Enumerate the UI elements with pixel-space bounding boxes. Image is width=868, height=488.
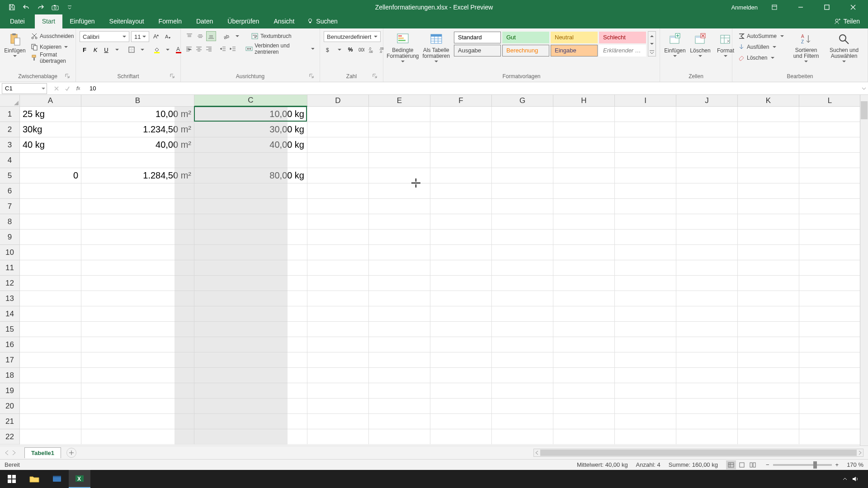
cell[interactable] [307,429,369,445]
cell[interactable] [799,414,861,429]
cell[interactable] [430,291,492,306]
cell[interactable] [492,260,553,276]
scroll-left-icon[interactable] [535,450,539,455]
decrease-font-icon[interactable]: A▾ [163,31,173,41]
column-header[interactable]: K [738,95,799,107]
signin-link[interactable]: Anmelden [731,4,758,11]
add-sheet-button[interactable] [66,448,76,458]
insert-cells-button[interactable]: Einfügen [664,31,686,58]
cell[interactable] [799,322,861,337]
undo-icon[interactable] [20,1,33,14]
expand-formula-bar[interactable] [860,87,868,90]
align-bottom-icon[interactable] [206,31,216,41]
cell[interactable] [738,137,799,153]
comma-format-icon[interactable]: 000 [356,45,366,55]
tab-start[interactable]: Start [35,14,63,28]
cell[interactable] [307,168,369,183]
cell[interactable] [307,337,369,352]
cell[interactable] [369,399,430,414]
cell[interactable] [20,199,81,214]
cell[interactable] [553,107,615,122]
cell[interactable] [369,168,430,183]
styles-more[interactable] [648,48,656,56]
cell[interactable] [553,137,615,153]
taskbar-excel[interactable]: X [69,470,90,488]
cell-style-option[interactable]: Eingabe [551,45,598,56]
enter-formula-icon[interactable] [62,84,72,94]
cell[interactable] [194,214,307,230]
cell[interactable] [553,214,615,230]
cell[interactable] [615,337,676,352]
view-normal-icon[interactable] [726,460,736,469]
cell[interactable] [81,306,194,322]
cell[interactable] [307,245,369,260]
cell[interactable] [553,399,615,414]
cell[interactable] [676,199,738,214]
cell[interactable] [492,183,553,199]
cell[interactable] [553,153,615,168]
cell[interactable] [81,414,194,429]
cell[interactable] [81,383,194,399]
cell[interactable] [81,322,194,337]
fill-dropdown[interactable] [163,45,173,55]
cells-area[interactable]: 25 kg10,00 m²10,00 kg30kg1.234,50 m²30,0… [20,107,861,445]
orientation-icon[interactable]: ab [222,31,231,41]
zoom-level[interactable]: 170 % [847,461,863,468]
cell[interactable] [81,337,194,352]
cell[interactable] [799,352,861,368]
orientation-dropdown[interactable] [232,31,242,41]
taskbar-explorer[interactable] [24,470,45,488]
cell-style-option[interactable]: Berechnung [502,45,549,56]
cell-style-option[interactable]: Gut [502,32,549,43]
cell[interactable] [738,414,799,429]
cell[interactable] [369,137,430,153]
align-top-icon[interactable] [184,31,194,41]
borders-dropdown[interactable] [137,45,147,55]
cell[interactable] [799,153,861,168]
zoom-in-button[interactable]: + [835,461,839,468]
cell[interactable] [492,368,553,383]
cell[interactable] [553,306,615,322]
cell[interactable] [81,399,194,414]
cell[interactable] [615,352,676,368]
cell[interactable] [492,399,553,414]
dialog-launcher-icon[interactable] [372,73,378,79]
row-header[interactable]: 11 [0,260,20,276]
row-header[interactable]: 19 [0,383,20,399]
ribbon-options-icon[interactable] [765,0,784,14]
view-page-break-icon[interactable] [748,460,758,469]
cell[interactable] [430,322,492,337]
cut-button[interactable]: Ausschneiden [29,31,75,41]
row-header[interactable]: 5 [0,168,20,183]
row-header[interactable]: 13 [0,291,20,306]
camera-icon[interactable] [49,1,61,14]
cell[interactable] [553,230,615,245]
cell[interactable] [307,214,369,230]
cell[interactable] [307,276,369,291]
cell[interactable] [676,183,738,199]
cell[interactable] [369,122,430,137]
cell[interactable] [799,183,861,199]
tray-chevron-icon[interactable] [843,477,847,481]
cell[interactable] [553,337,615,352]
cell[interactable] [194,399,307,414]
column-header[interactable]: G [492,95,553,107]
cell[interactable] [430,276,492,291]
cell[interactable] [307,306,369,322]
sort-filter-button[interactable]: AZSortieren und Filtern [788,31,824,64]
share-button[interactable]: Teilen [826,14,868,28]
row-header[interactable]: 7 [0,199,20,214]
view-page-layout-icon[interactable] [737,460,747,469]
cell[interactable] [430,260,492,276]
sheet-tab[interactable]: Tabelle1 [24,447,61,458]
conditional-formatting-button[interactable]: Bedingte Formatierung [387,31,419,64]
cell[interactable] [492,245,553,260]
borders-button[interactable] [127,45,137,55]
column-header[interactable]: E [369,95,430,107]
cell[interactable] [615,199,676,214]
cell[interactable]: 1.234,50 m² [81,122,194,137]
tab-file[interactable]: Datei [0,14,35,28]
cell[interactable] [369,199,430,214]
cell[interactable] [492,383,553,399]
cell[interactable] [799,199,861,214]
